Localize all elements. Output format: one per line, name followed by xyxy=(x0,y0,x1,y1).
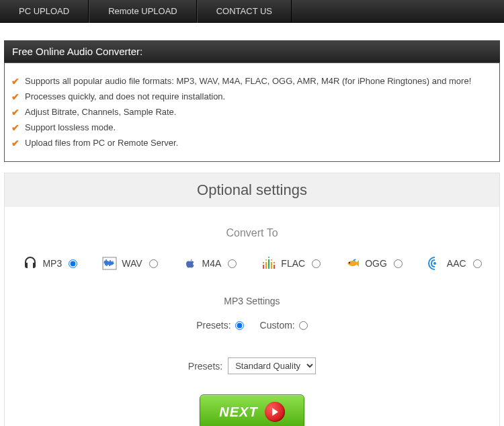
settings-panel: Optional settings Convert To MP3 WAV M4A… xyxy=(4,173,500,426)
feature-item: ✔Processes quickly, and does not require… xyxy=(11,91,493,102)
format-mp3[interactable]: MP3 xyxy=(22,255,77,271)
svg-point-9 xyxy=(271,259,272,261)
format-m4a-radio[interactable] xyxy=(228,259,237,268)
format-ogg-radio[interactable] xyxy=(394,259,403,268)
next-label: NEXT xyxy=(219,404,257,420)
mode-custom[interactable]: Custom: xyxy=(260,320,308,331)
format-aac[interactable]: AAC xyxy=(427,255,482,271)
mode-row: Presets: Custom: xyxy=(5,320,499,331)
check-icon: ✔ xyxy=(11,91,19,102)
check-icon: ✔ xyxy=(11,138,19,148)
page-title: Free Online Audio Converter: xyxy=(4,40,500,62)
top-nav: PC UPLOAD Remote UPLOAD CONTACT US xyxy=(0,0,504,23)
fish-icon xyxy=(345,255,361,271)
svg-rect-3 xyxy=(268,259,269,269)
preset-label: Presets: xyxy=(188,361,222,372)
nav-remote-upload[interactable]: Remote UPLOAD xyxy=(89,0,197,23)
svg-point-8 xyxy=(268,257,269,258)
equalizer-icon xyxy=(261,255,277,271)
svg-rect-1 xyxy=(263,265,264,269)
mode-custom-radio[interactable] xyxy=(299,321,308,330)
svg-rect-4 xyxy=(271,262,272,269)
format-ogg[interactable]: OGG xyxy=(345,255,403,271)
feature-item: ✔Support lossless mode. xyxy=(11,122,493,133)
mode-presets-radio[interactable] xyxy=(235,321,244,330)
check-icon: ✔ xyxy=(11,122,19,133)
format-flac[interactable]: FLAC xyxy=(261,255,321,271)
arrow-right-icon xyxy=(265,402,285,422)
format-flac-radio[interactable] xyxy=(312,259,321,268)
features-list: ✔Supports all popular audio file formats… xyxy=(4,62,500,162)
headphones-icon xyxy=(22,255,38,271)
check-icon: ✔ xyxy=(11,76,19,87)
check-icon: ✔ xyxy=(11,107,19,118)
preset-select[interactable]: Standard Quality xyxy=(228,357,316,374)
format-wav[interactable]: WAV xyxy=(101,255,157,271)
waveform-icon xyxy=(101,255,118,271)
nav-pc-upload[interactable]: PC UPLOAD xyxy=(0,0,89,23)
next-button[interactable]: NEXT xyxy=(200,394,304,426)
svg-point-10 xyxy=(274,262,275,263)
mode-presets[interactable]: Presets: xyxy=(196,320,243,331)
feature-item: ✔Adjust Bitrate, Channels, Sample Rate. xyxy=(11,107,493,118)
svg-rect-2 xyxy=(265,262,267,269)
wave-icon xyxy=(427,255,443,271)
svg-point-6 xyxy=(263,262,264,263)
format-aac-radio[interactable] xyxy=(473,259,482,268)
settings-heading: Optional settings xyxy=(5,173,499,207)
svg-point-12 xyxy=(433,262,436,265)
format-settings-label: MP3 Settings xyxy=(5,296,499,306)
svg-rect-5 xyxy=(274,265,275,269)
feature-item: ✔Upload files from PC or Remote Server. xyxy=(11,138,493,148)
nav-contact-us[interactable]: CONTACT US xyxy=(197,0,292,23)
feature-item: ✔Supports all popular audio file formats… xyxy=(11,76,493,87)
svg-point-7 xyxy=(265,259,267,261)
convert-to-label: Convert To xyxy=(5,227,499,239)
format-options: MP3 WAV M4A FLAC OGG xyxy=(5,255,499,271)
svg-point-11 xyxy=(349,262,350,263)
apple-icon xyxy=(182,255,198,271)
format-m4a[interactable]: M4A xyxy=(182,255,237,271)
preset-row: Presets: Standard Quality xyxy=(5,357,499,374)
format-wav-radio[interactable] xyxy=(149,259,158,268)
format-mp3-radio[interactable] xyxy=(69,259,77,268)
